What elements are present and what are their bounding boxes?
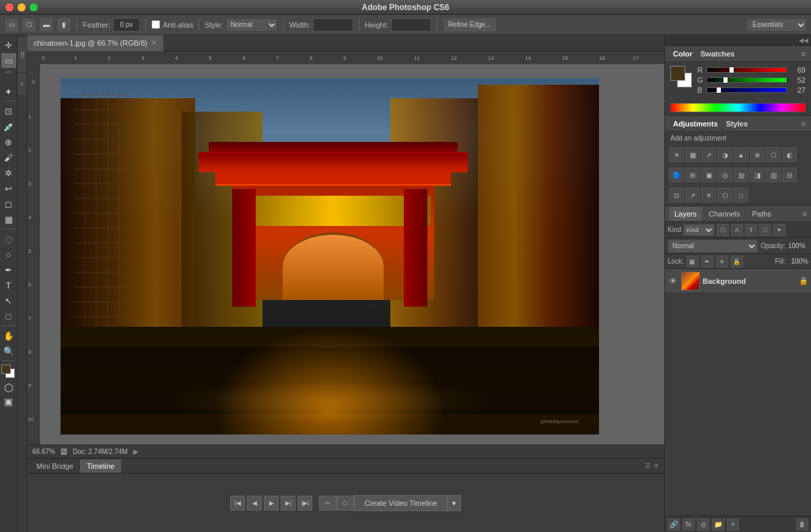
timeline-next-btn[interactable]: ▶| (281, 496, 295, 510)
lock-position-btn[interactable]: ✛ (716, 256, 728, 268)
brush-tool[interactable]: 🖌 (1, 150, 16, 165)
photofilter-adj[interactable]: 🔵 (669, 167, 684, 182)
blend-mode-select[interactable]: Normal Multiply Screen Overlay (668, 239, 758, 253)
new-layer-btn[interactable]: + (727, 519, 739, 531)
selection-tool[interactable]: ▭ (1, 53, 16, 68)
feather-input[interactable] (113, 18, 140, 32)
r-slider[interactable] (707, 67, 787, 73)
tool-select-rect[interactable]: ▭ (4, 17, 19, 32)
doc-tab-close[interactable]: ✕ (151, 39, 157, 46)
adj-extra-1[interactable]: ⊡ (669, 188, 684, 202)
tool-single-col[interactable]: ▮ (57, 17, 71, 32)
adj-extra-5[interactable]: □ (734, 188, 748, 202)
status-arrow[interactable]: ▶ (133, 448, 139, 455)
crop-tool[interactable]: ⊡ (1, 104, 16, 118)
eraser-tool[interactable]: ◻ (1, 196, 16, 211)
move-tool[interactable]: ✛ (1, 38, 16, 52)
swatches-tab[interactable]: Swatches (698, 50, 738, 58)
lock-all-btn[interactable]: 🔒 (731, 256, 743, 268)
blackwhite-adj[interactable]: ◐ (782, 147, 797, 162)
fg-bg-swatches[interactable] (670, 66, 692, 87)
screen-mode-btn[interactable]: ▣ (4, 396, 13, 407)
exposure-adj[interactable]: ◑ (717, 147, 732, 162)
curves-adj[interactable]: ↗ (701, 147, 716, 162)
background-layer-row[interactable]: 👁 Background 🔒 (665, 269, 811, 293)
lasso-tool[interactable]: ⌒ (1, 69, 16, 83)
timeline-prev-btn[interactable]: ◀ (247, 496, 262, 510)
mini-bridge-tab[interactable]: Mini Bridge (30, 459, 80, 473)
colorlookup-adj[interactable]: ▣ (701, 167, 716, 182)
history-tool[interactable]: ↩ (1, 181, 16, 196)
color-tab[interactable]: Color (670, 50, 695, 58)
layers-tab-btn[interactable]: Layers (669, 207, 702, 221)
antialias-checkbox[interactable] (151, 20, 160, 29)
status-icon[interactable]: 🖼 (61, 448, 67, 455)
timeline-first-btn[interactable]: |◀ (230, 496, 245, 510)
minimize-button[interactable] (17, 3, 26, 11)
heal-tool[interactable]: ⊕ (1, 135, 16, 149)
window-controls[interactable] (5, 3, 38, 11)
paths-tab-btn[interactable]: Paths (747, 207, 777, 221)
fg-bg-color[interactable] (1, 365, 16, 379)
add-style-btn[interactable]: fx (682, 519, 695, 531)
shape-tool[interactable]: □ (1, 309, 16, 324)
styles-tab[interactable]: Styles (724, 120, 750, 128)
levels-adj[interactable]: ▦ (685, 147, 700, 162)
height-input[interactable] (391, 18, 431, 32)
type-tool[interactable]: T (1, 278, 16, 293)
tool-select-ellipse[interactable]: ⬡ (22, 17, 36, 32)
adjustments-tab[interactable]: Adjustments (670, 120, 721, 128)
tool-single-row[interactable]: ▬ (39, 17, 54, 32)
layer-filter-smart[interactable]: ✦ (773, 224, 785, 236)
eyedropper-tool[interactable]: 💉 (1, 119, 16, 134)
document-tab[interactable]: chinatown-1.jpg @ 66.7% (RGB/8) ✕ (27, 35, 164, 51)
add-mask-btn[interactable]: ◎ (697, 519, 709, 531)
layer-visibility-toggle[interactable]: 👁 (668, 276, 678, 287)
opacity-value[interactable]: 100% (788, 242, 808, 250)
lock-pixels-btn[interactable]: ▦ (686, 256, 699, 268)
quick-mask-btn[interactable]: ⬡ (4, 381, 13, 394)
layers-panel-menu[interactable]: ≡ (803, 210, 807, 218)
clone-tool[interactable]: ✲ (1, 165, 16, 180)
r-thumb[interactable] (729, 67, 734, 73)
style-select[interactable]: Normal Fixed Ratio Fixed Size (226, 18, 278, 32)
timeline-play-btn[interactable]: ▶ (264, 496, 279, 510)
adj-extra-3[interactable]: ✕ (701, 188, 716, 202)
refine-edge-button[interactable]: Refine Edge... (443, 17, 497, 32)
panel-options-icon[interactable]: ☰ (645, 462, 651, 469)
zoom-tool[interactable]: 🔍 (1, 344, 16, 358)
path-select-tool[interactable]: ↖ (1, 293, 16, 308)
g-slider[interactable] (707, 77, 787, 83)
channels-tab-btn[interactable]: Channels (703, 207, 745, 221)
link-layers-btn[interactable]: 🔗 (668, 519, 680, 531)
selectivecolor-adj[interactable]: ⊟ (782, 167, 797, 182)
foreground-swatch[interactable] (670, 66, 685, 81)
new-group-btn[interactable]: 📁 (712, 519, 724, 531)
adj-extra-4[interactable]: ⬡ (717, 188, 732, 202)
threshold-adj[interactable]: ◨ (750, 167, 765, 182)
layer-filter-type[interactable]: T (745, 224, 757, 236)
layer-filter-adj[interactable]: A (731, 224, 743, 236)
close-button[interactable] (5, 3, 13, 11)
g-thumb[interactable] (723, 77, 728, 83)
color-panel-menu[interactable]: ≡ (802, 50, 806, 58)
dodge-tool[interactable]: ○ (1, 247, 16, 262)
channelmixer-adj[interactable]: ⊞ (685, 167, 700, 182)
vibrance-adj[interactable]: ▲ (734, 147, 748, 162)
b-slider[interactable] (707, 87, 787, 93)
options-btn[interactable]: ≡ (18, 74, 26, 94)
timeline-tab[interactable]: Timeline (80, 459, 121, 473)
timeline-last-btn[interactable]: |▶| (297, 496, 312, 510)
maximize-button[interactable] (30, 3, 38, 11)
gradient-tool[interactable]: ▦ (1, 212, 16, 227)
create-video-timeline-btn[interactable]: Create Video Timeline (354, 495, 447, 511)
foreground-color[interactable] (1, 365, 11, 374)
layer-filter-shape[interactable]: □ (759, 224, 771, 236)
create-video-arrow-btn[interactable]: ▼ (448, 495, 461, 511)
delete-layer-btn[interactable]: 🗑 (796, 519, 808, 531)
adj-extra-2[interactable]: ↗ (685, 188, 700, 202)
pen-tool[interactable]: ✒ (1, 262, 16, 277)
b-thumb[interactable] (716, 87, 721, 93)
timeline-cut-btn[interactable]: ✂ (319, 496, 337, 510)
fill-value[interactable]: 100% (788, 258, 808, 265)
